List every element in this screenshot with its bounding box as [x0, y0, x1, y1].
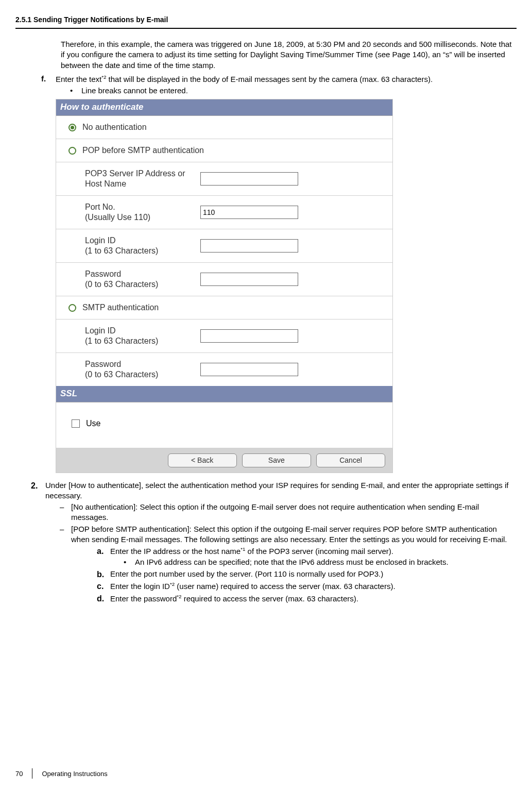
item-c-after: (user name) required to access the serve…: [175, 582, 396, 591]
pop3-server-label: POP3 Server IP Address or Host Name: [85, 169, 200, 189]
page-number: 70: [15, 770, 23, 778]
smtp-login-label-2: (1 to 63 Characters): [85, 336, 158, 345]
item-a-sub: An IPv6 address can be specified; note t…: [135, 557, 449, 567]
back-button[interactable]: < Back: [168, 453, 237, 467]
port-label-2: (Usually Use 110): [85, 213, 150, 222]
no-auth-row[interactable]: No authentication: [56, 116, 392, 139]
auth-panel: How to authenticate No authentication PO…: [56, 99, 393, 473]
no-auth-label: No authentication: [82, 122, 147, 133]
ssl-use-row: Use: [56, 402, 392, 448]
marker-a: a.: [97, 546, 110, 568]
port-input[interactable]: [200, 206, 298, 219]
smtp-auth-row[interactable]: SMTP authentication: [56, 296, 392, 319]
login-row: Login ID (1 to 63 Characters): [56, 229, 392, 263]
ssl-use-label: Use: [86, 418, 100, 429]
login-label-1: Login ID: [85, 236, 116, 245]
list-marker-f: f.: [41, 74, 56, 96]
smtp-password-input[interactable]: [200, 363, 298, 376]
smtp-password-row: Password (0 to 63 Characters): [56, 353, 392, 386]
pop-before-smtp-row[interactable]: POP before SMTP authentication: [56, 139, 392, 162]
smtp-password-label-2: (0 to 63 Characters): [85, 370, 158, 379]
intro-paragraph: Therefore, in this example, the camera w…: [61, 39, 517, 71]
marker-b: b.: [97, 569, 110, 580]
password-label-1: Password: [85, 270, 121, 278]
ssl-use-checkbox[interactable]: [72, 419, 80, 428]
header-rule: [15, 28, 517, 29]
ssl-panel-header: SSL: [56, 386, 392, 402]
smtp-login-input[interactable]: [200, 329, 298, 343]
port-label-1: Port No.: [85, 203, 115, 211]
item-c-before: Enter the login ID: [110, 582, 170, 591]
item-2-dash-2: [POP before SMTP authentication]: Select…: [71, 524, 517, 545]
list-marker-2: 2.: [31, 480, 45, 604]
item-d-after: required to access the server (max. 63 c…: [181, 594, 358, 603]
item-c-sup: *2: [170, 581, 175, 587]
dash-1: –: [60, 502, 71, 523]
item-d-before: Enter the password: [110, 594, 177, 603]
item-2-text: Under [How to authenticate], select the …: [45, 480, 517, 501]
save-button[interactable]: Save: [242, 453, 311, 467]
page-footer: 70 Operating Instructions: [15, 768, 108, 779]
cancel-button[interactable]: Cancel: [316, 453, 385, 467]
password-input[interactable]: [200, 273, 298, 286]
item-f-bullet: Line breaks cannot be entered.: [81, 86, 188, 96]
radio-no-auth[interactable]: [68, 124, 76, 131]
smtp-password-label-1: Password: [85, 360, 121, 368]
pop-before-smtp-label: POP before SMTP authentication: [82, 145, 204, 156]
panel-footer: < Back Save Cancel: [56, 448, 392, 473]
pop3-server-row: POP3 Server IP Address or Host Name: [56, 162, 392, 196]
port-row: Port No. (Usually Use 110): [56, 196, 392, 229]
smtp-login-label-1: Login ID: [85, 326, 116, 335]
auth-panel-header: How to authenticate: [56, 99, 392, 116]
footer-divider: [32, 768, 32, 779]
login-label-2: (1 to 63 Characters): [85, 246, 158, 255]
marker-c: c.: [97, 581, 110, 592]
smtp-auth-label: SMTP authentication: [82, 302, 159, 313]
item-b-text: Enter the port number used by the server…: [110, 569, 383, 580]
item-a-before: Enter the IP address or the host name: [110, 547, 241, 556]
page-header-title: 2.5.1 Sending Trigger Notifications by E…: [15, 15, 517, 24]
smtp-login-row: Login ID (1 to 63 Characters): [56, 319, 392, 353]
radio-pop-before-smtp[interactable]: [68, 147, 76, 155]
item-2-dash-1: [No authentication]: Select this option …: [71, 502, 517, 523]
item-f-text-2: that will be displayed in the body of E-…: [106, 75, 433, 83]
footer-doc-title: Operating Instructions: [42, 770, 107, 778]
item-f-text-1: Enter the text: [56, 75, 101, 83]
radio-smtp-auth[interactable]: [68, 304, 76, 312]
login-input[interactable]: [200, 239, 298, 253]
bullet-dot: •: [70, 86, 81, 96]
password-row: Password (0 to 63 Characters): [56, 263, 392, 296]
marker-d: d.: [97, 593, 110, 604]
pop3-server-input[interactable]: [200, 172, 298, 186]
dash-2: –: [60, 524, 71, 604]
item-a-after: of the POP3 server (incoming mail server…: [245, 547, 393, 556]
bullet-dot-a: •: [124, 557, 135, 567]
password-label-2: (0 to 63 Characters): [85, 280, 158, 289]
